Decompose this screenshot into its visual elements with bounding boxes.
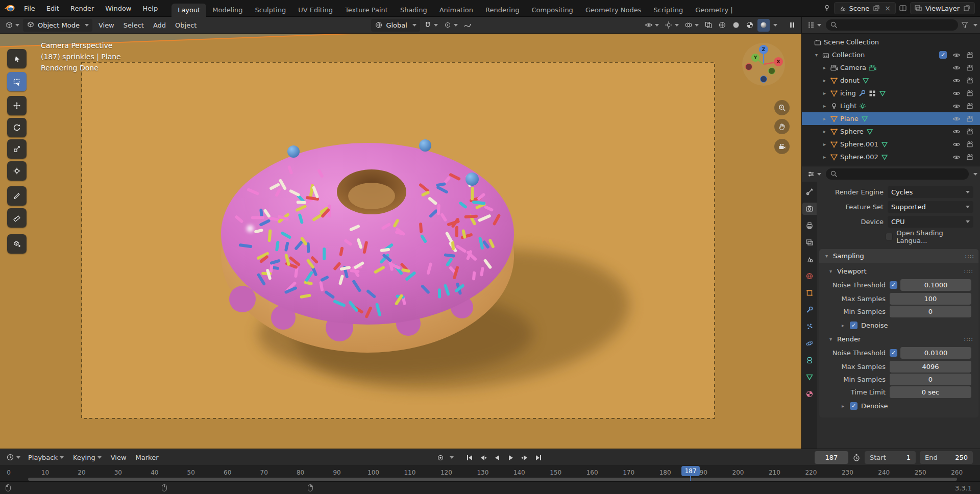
properties-tab-view-layer[interactable] — [802, 236, 817, 249]
panel-collapse-icon[interactable]: ▸ — [840, 403, 846, 409]
max-samples-field[interactable]: 4096 — [890, 361, 971, 373]
tool-move[interactable] — [7, 96, 27, 115]
properties-search-input[interactable] — [826, 168, 969, 180]
time-limit-field[interactable]: 0 sec — [890, 386, 971, 398]
zoom-button[interactable] — [774, 100, 790, 115]
jump-next-keyframe-button[interactable] — [518, 451, 531, 464]
tool-transform[interactable] — [7, 161, 27, 181]
properties-tab-scene[interactable] — [802, 253, 817, 265]
viewlayer-selector[interactable]: ViewLayer — [910, 2, 975, 14]
filter-funnel-icon[interactable] — [961, 21, 969, 29]
sampling-panel-header[interactable]: ▾Sampling:::: — [819, 249, 978, 263]
panel-expand-icon[interactable]: ▾ — [827, 336, 834, 342]
timeline-scrollbar[interactable] — [28, 478, 957, 481]
panel-options-icon[interactable]: :::: — [964, 268, 973, 275]
outliner-row-collection[interactable]: ▾Collection✓ — [802, 48, 980, 61]
render-visibility-icon[interactable] — [966, 102, 974, 110]
eye-icon[interactable] — [952, 128, 961, 136]
render-visibility-icon[interactable] — [966, 153, 974, 161]
overlays-toggle[interactable] — [682, 19, 701, 32]
outliner-row-scene-collection[interactable]: Scene Collection — [802, 36, 980, 48]
tool-select-tweak[interactable] — [7, 49, 27, 68]
gizmos-toggle[interactable] — [663, 19, 681, 32]
tool-scale[interactable] — [7, 139, 27, 159]
outliner-row-sphere-002[interactable]: ▸Sphere.002 — [802, 151, 980, 163]
noise-threshold-field[interactable]: 0.0100 — [900, 347, 971, 359]
viewport-menu-object[interactable]: Object — [170, 21, 201, 29]
timeline-menu-keying[interactable]: Keying — [68, 454, 106, 461]
xray-toggle[interactable] — [702, 19, 715, 32]
workspace-tab-scripting[interactable]: Scripting — [648, 4, 690, 17]
jump-prev-keyframe-button[interactable] — [477, 451, 489, 464]
properties-tab-modifiers[interactable] — [802, 304, 817, 316]
pan-button[interactable] — [774, 119, 790, 134]
workspace-tab-geometry-nodes[interactable]: Geometry Nodes — [579, 4, 648, 17]
scene-selector[interactable]: Scene × — [834, 2, 896, 14]
outliner-row-plane[interactable]: ▸Plane — [802, 112, 980, 125]
outliner-row-sphere[interactable]: ▸Sphere — [802, 125, 980, 138]
timeline-menu-playback[interactable]: Playback — [23, 454, 68, 461]
navigation-gizmo[interactable]: Z Y X — [741, 41, 787, 87]
render-visibility-icon[interactable] — [966, 51, 974, 59]
new-viewlayer-icon[interactable] — [963, 4, 971, 12]
render-visibility-icon[interactable] — [966, 64, 974, 72]
render-visibility-icon[interactable] — [966, 89, 974, 97]
workspace-tab-texture-paint[interactable]: Texture Paint — [339, 4, 394, 17]
disclosure-closed-icon[interactable]: ▸ — [821, 154, 828, 160]
properties-tab-physics[interactable] — [802, 337, 817, 350]
properties-tab-tool[interactable] — [802, 186, 817, 198]
pause-render-button[interactable] — [786, 19, 798, 32]
properties-tab-world[interactable] — [802, 270, 817, 282]
render-visibility-icon[interactable] — [966, 77, 974, 85]
end-frame-field[interactable]: End 250 — [920, 451, 973, 464]
device-dropdown[interactable]: CPU — [888, 216, 973, 228]
collection-checkbox[interactable]: ✓ — [939, 51, 947, 59]
viewport-menu-add[interactable]: Add — [149, 21, 170, 29]
timeline-editor-button[interactable] — [4, 451, 22, 464]
denoise-row-render[interactable]: ▸✓Denoise — [819, 399, 978, 413]
render-visibility-icon[interactable] — [966, 115, 974, 123]
falloff-curve-icon[interactable] — [461, 19, 474, 32]
menu-edit[interactable]: Edit — [41, 0, 65, 17]
tool-rotate[interactable] — [7, 118, 27, 137]
properties-tab-output[interactable] — [802, 219, 817, 232]
properties-tab-constraints[interactable] — [802, 354, 817, 366]
show-object-types-toggle[interactable] — [643, 19, 661, 32]
camera-view-button[interactable] — [774, 139, 790, 154]
properties-tab-particles[interactable] — [802, 320, 817, 333]
outliner-row-light[interactable]: ▸Light — [802, 100, 980, 112]
workspace-tab-layout[interactable]: Layout — [172, 4, 206, 17]
outliner-editor-button[interactable] — [805, 19, 823, 32]
denoise-checkbox[interactable]: ✓ — [850, 322, 857, 329]
shading-solid-button[interactable] — [730, 19, 742, 32]
workspace-tab-shading[interactable]: Shading — [394, 4, 433, 17]
shading-material-button[interactable] — [744, 19, 756, 32]
render-visibility-icon[interactable] — [966, 128, 974, 136]
disclosure-open-icon[interactable]: ▾ — [813, 52, 820, 58]
feature-set-dropdown[interactable]: Supported — [888, 201, 973, 213]
shading-rendered-button[interactable] — [757, 19, 770, 32]
pin-icon[interactable] — [823, 4, 831, 12]
noise-threshold-field[interactable]: 0.1000 — [900, 279, 971, 291]
workspace-tab-sculpting[interactable]: Sculpting — [249, 4, 292, 17]
properties-tab-material[interactable] — [802, 388, 817, 400]
workspace-tab-modeling[interactable]: Modeling — [206, 4, 249, 17]
new-scene-icon[interactable] — [872, 4, 880, 12]
min-samples-field[interactable]: 0 — [890, 306, 971, 317]
timeline-menu-marker[interactable]: Marker — [131, 454, 163, 461]
panel-options-icon[interactable]: :::: — [965, 253, 974, 259]
timeline-playhead[interactable]: 187 — [681, 466, 700, 482]
screen-layout-icon[interactable] — [899, 4, 907, 12]
keying-caret[interactable] — [450, 456, 454, 459]
menu-file[interactable]: File — [18, 0, 41, 17]
render-visibility-icon[interactable] — [966, 140, 974, 149]
disclosure-closed-icon[interactable]: ▸ — [821, 78, 828, 83]
denoise-checkbox[interactable]: ✓ — [850, 402, 857, 410]
properties-tab-object[interactable] — [802, 287, 817, 299]
timeline-menu-view[interactable]: View — [106, 454, 131, 461]
current-frame-field[interactable]: 187 — [815, 451, 848, 464]
properties-editor-button[interactable] — [805, 168, 823, 181]
outliner-row-icing[interactable]: ▸icing — [802, 87, 980, 100]
menu-render[interactable]: Render — [65, 0, 100, 17]
eye-icon[interactable] — [952, 64, 961, 72]
